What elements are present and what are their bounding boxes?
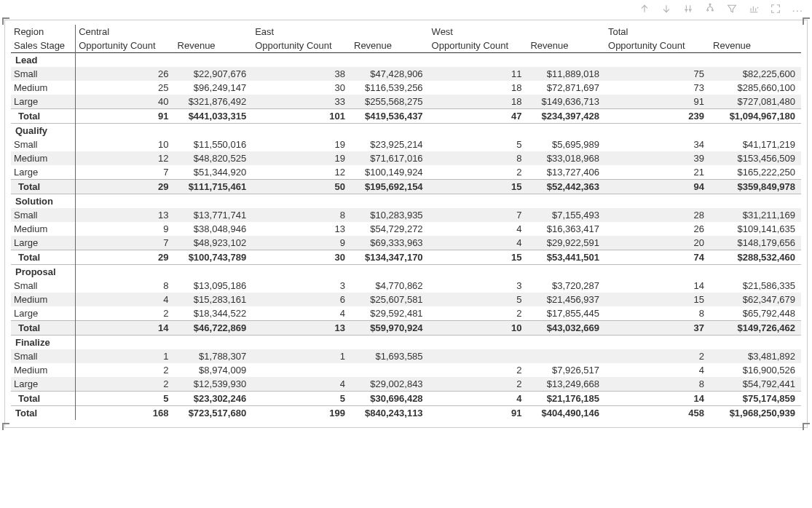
stage-label[interactable]: Solution — [11, 194, 76, 209]
cell[interactable]: $1,968,250,939 — [710, 406, 801, 421]
cell[interactable]: $13,771,741 — [175, 208, 253, 222]
cell[interactable]: 15 — [429, 250, 528, 265]
cell[interactable]: $723,517,680 — [175, 406, 253, 421]
table-row[interactable]: Small13$13,771,7418$10,283,9357$7,155,49… — [11, 208, 801, 222]
cell[interactable]: $1,788,307 — [175, 349, 253, 363]
cell[interactable]: 4 — [252, 306, 351, 321]
table-row[interactable]: Medium12$48,820,52519$71,617,0168$33,018… — [11, 151, 801, 165]
cell[interactable]: $41,171,219 — [710, 138, 801, 151]
cell[interactable]: $72,871,697 — [527, 81, 605, 95]
cell[interactable]: 91 — [605, 95, 710, 109]
cell[interactable]: $13,095,186 — [175, 279, 253, 293]
col-west-rev[interactable]: Revenue — [527, 39, 605, 53]
table-row[interactable]: Total29$100,743,78930$134,347,17015$53,4… — [11, 250, 801, 265]
cell[interactable]: 19 — [252, 151, 351, 165]
cell[interactable]: $53,441,501 — [527, 250, 605, 265]
cell[interactable]: 4 — [252, 377, 351, 392]
matrix-table[interactable]: Region Central East West Total Sales Sta… — [11, 25, 801, 420]
cell[interactable]: $13,727,406 — [527, 165, 605, 180]
cell[interactable]: 13 — [252, 321, 351, 336]
cell[interactable]: 91 — [76, 109, 175, 124]
table-row[interactable]: Medium2$8,974,0092$7,926,5174$16,900,526 — [11, 363, 801, 377]
cell[interactable]: 4 — [76, 293, 175, 306]
stage-label[interactable]: Lead — [11, 53, 76, 68]
cell[interactable]: 8 — [605, 377, 710, 392]
cell[interactable]: 2 — [76, 363, 175, 377]
cell[interactable]: 34 — [605, 138, 710, 151]
row-label[interactable]: Total — [11, 392, 76, 406]
cell[interactable]: 8 — [605, 306, 710, 321]
row-label[interactable]: Medium — [11, 81, 76, 95]
cell[interactable]: 47 — [429, 109, 528, 124]
cell[interactable]: $359,849,978 — [710, 180, 801, 194]
cell[interactable]: 12 — [252, 165, 351, 180]
table-row[interactable]: Total91$441,033,315101$419,536,43747$234… — [11, 109, 801, 124]
row-label[interactable]: Large — [11, 165, 76, 180]
cell[interactable]: $29,592,481 — [351, 306, 429, 321]
cell[interactable]: $100,149,924 — [351, 165, 429, 180]
cell[interactable]: 26 — [605, 222, 710, 236]
cell[interactable]: 2 — [429, 377, 528, 392]
cell[interactable]: 2 — [429, 306, 528, 321]
cell[interactable]: $17,855,445 — [527, 306, 605, 321]
cell[interactable]: 19 — [252, 138, 351, 151]
table-row[interactable]: Small1$1,788,3071$1,693,5852$3,481,892 — [11, 349, 801, 363]
cell[interactable]: $134,347,170 — [351, 250, 429, 265]
cell[interactable]: 13 — [76, 208, 175, 222]
cell[interactable]: $71,617,016 — [351, 151, 429, 165]
row-label[interactable]: Total — [11, 180, 76, 194]
cell[interactable]: $16,900,526 — [710, 363, 801, 377]
cell[interactable]: 7 — [429, 208, 528, 222]
col-central-rev[interactable]: Revenue — [175, 39, 253, 53]
cell[interactable]: $38,048,946 — [175, 222, 253, 236]
cell[interactable]: $255,568,275 — [351, 95, 429, 109]
row-label[interactable]: Total — [11, 321, 76, 336]
cell[interactable]: $1,693,585 — [351, 349, 429, 363]
row-label[interactable]: Total — [11, 250, 76, 265]
table-row[interactable]: Small10$11,550,01619$23,925,2145$5,695,9… — [11, 138, 801, 151]
cell[interactable]: $1,094,967,180 — [710, 109, 801, 124]
cell[interactable]: $419,536,437 — [351, 109, 429, 124]
cell[interactable]: $59,970,924 — [351, 321, 429, 336]
cell[interactable]: 15 — [429, 180, 528, 194]
cell[interactable]: 5 — [429, 138, 528, 151]
table-row[interactable]: Small26$22,907,67638$47,428,90611$11,889… — [11, 67, 801, 81]
cell[interactable]: $234,397,428 — [527, 109, 605, 124]
cell[interactable]: $22,907,676 — [175, 67, 253, 81]
table-row[interactable]: Medium4$15,283,1616$25,607,5815$21,456,9… — [11, 293, 801, 306]
table-row[interactable]: Total14$46,722,86913$59,970,92410$43,032… — [11, 321, 801, 336]
cell[interactable]: $23,925,214 — [351, 138, 429, 151]
cell[interactable]: 39 — [605, 151, 710, 165]
cell[interactable]: $111,715,461 — [175, 180, 253, 194]
row-label[interactable]: Medium — [11, 293, 76, 306]
cell[interactable]: 50 — [252, 180, 351, 194]
cell[interactable]: $321,876,492 — [175, 95, 253, 109]
cell[interactable]: 15 — [605, 293, 710, 306]
cell[interactable]: 12 — [76, 151, 175, 165]
cell[interactable]: $16,363,417 — [527, 222, 605, 236]
cell[interactable]: $11,550,016 — [175, 138, 253, 151]
row-label[interactable]: Small — [11, 349, 76, 363]
table-row[interactable]: Solution — [11, 194, 801, 209]
stage-header-label[interactable]: Sales Stage — [11, 39, 76, 53]
cell[interactable]: 75 — [605, 67, 710, 81]
hierarchy-icon[interactable] — [704, 3, 716, 17]
table-row[interactable]: Lead — [11, 53, 801, 68]
cell[interactable]: 33 — [252, 95, 351, 109]
cell[interactable]: 3 — [429, 279, 528, 293]
cell[interactable]: $69,333,963 — [351, 236, 429, 250]
row-label[interactable]: Small — [11, 208, 76, 222]
cell[interactable]: $29,002,843 — [351, 377, 429, 392]
drill-down-icon[interactable] — [661, 3, 672, 17]
cell[interactable]: $51,344,920 — [175, 165, 253, 180]
cell[interactable]: 5 — [429, 293, 528, 306]
cell[interactable]: 5 — [76, 392, 175, 406]
cell[interactable]: 18 — [429, 95, 528, 109]
region-central-header[interactable]: Central — [76, 25, 253, 39]
cell[interactable]: $31,211,169 — [710, 208, 801, 222]
cell[interactable]: 10 — [76, 138, 175, 151]
cell[interactable]: $109,141,635 — [710, 222, 801, 236]
cell[interactable]: $149,636,713 — [527, 95, 605, 109]
cell[interactable]: 4 — [429, 236, 528, 250]
cell[interactable]: 20 — [605, 236, 710, 250]
